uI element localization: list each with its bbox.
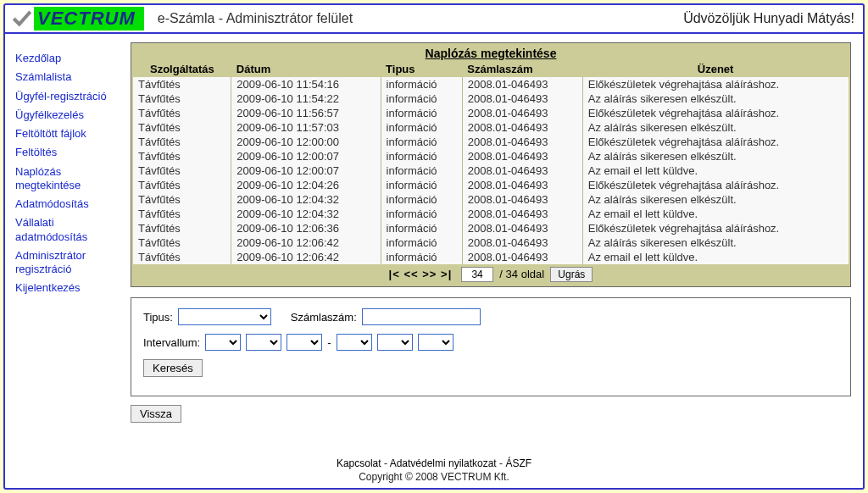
table-cell: Előkészületek végrehajtása aláíráshoz. xyxy=(582,106,849,120)
table-row: Távfűtés2009-06-10 12:06:42információ200… xyxy=(133,235,849,250)
table-cell: Az aláírás sikeresen elkészült. xyxy=(582,120,849,135)
filter-from-month[interactable] xyxy=(246,334,281,351)
main: Naplózás megtekintése Szolgáltatás Dátum… xyxy=(125,34,863,454)
sidebar-item-logview[interactable]: Naplózás megtekintése xyxy=(15,163,125,196)
footer-link-contact[interactable]: Kapcsolat xyxy=(337,457,381,469)
table-row: Távfűtés2009-06-10 12:06:36információ200… xyxy=(133,221,849,235)
log-table: Szolgáltatás Dátum Tipus Számlaszám Üzen… xyxy=(133,61,849,264)
table-cell: 2009-06-10 11:54:16 xyxy=(231,77,381,91)
log-panel: Naplózás megtekintése Szolgáltatás Dátum… xyxy=(131,42,851,287)
table-cell: információ xyxy=(381,149,462,163)
table-row: Távfűtés2009-06-10 12:04:32információ200… xyxy=(133,207,849,221)
table-row: Távfűtés2009-06-10 12:04:26információ200… xyxy=(133,178,849,192)
sidebar: Kezdőlap Számlalista Ügyfél-regisztráció… xyxy=(5,34,125,454)
table-cell: Távfűtés xyxy=(133,221,231,235)
sidebar-item-home[interactable]: Kezdőlap xyxy=(15,49,125,68)
pager-nav[interactable]: |< << >> >| xyxy=(389,268,453,280)
table-row: Távfűtés2009-06-10 11:57:03információ200… xyxy=(133,120,849,135)
table-cell: információ xyxy=(381,250,462,264)
table-cell: 2009-06-10 12:06:36 xyxy=(231,221,381,235)
pager-go-button[interactable]: Ugrás xyxy=(550,267,593,282)
footer-link-privacy[interactable]: Adatvédelmi nyilatkozat xyxy=(390,457,497,469)
sidebar-item-upload[interactable]: Feltöltés xyxy=(15,143,125,162)
welcome-text: Üdvözöljük Hunyadi Mátyás! xyxy=(683,11,858,26)
table-cell: információ xyxy=(381,120,462,135)
col-invoice: Számlaszám xyxy=(462,61,582,77)
col-type: Tipus xyxy=(381,61,462,77)
table-cell: 2009-06-10 12:00:07 xyxy=(231,149,381,163)
filter-to-year[interactable] xyxy=(337,334,372,351)
table-cell: Előkészületek végrehajtása aláíráshoz. xyxy=(582,135,849,149)
table-cell: információ xyxy=(381,91,462,106)
table-cell: Távfűtés xyxy=(133,207,231,221)
table-cell: Távfűtés xyxy=(133,192,231,207)
sidebar-item-uploaded[interactable]: Feltöltött fájlok xyxy=(15,125,125,143)
table-cell: információ xyxy=(381,77,462,91)
table-row: Távfűtés2009-06-10 12:00:07információ200… xyxy=(133,163,849,178)
pager-page-input[interactable] xyxy=(461,267,493,282)
table-cell: 2008.01-046493 xyxy=(462,178,582,192)
col-service: Szolgáltatás xyxy=(133,61,231,77)
table-cell: 2008.01-046493 xyxy=(462,91,582,106)
search-button[interactable]: Keresés xyxy=(143,359,203,377)
header: VECTRUM e-Számla - Adminisztrátor felüle… xyxy=(5,5,863,34)
body: Kezdőlap Számlalista Ügyfél-regisztráció… xyxy=(5,34,863,454)
table-cell: Távfűtés xyxy=(133,149,231,163)
table-cell: információ xyxy=(381,207,462,221)
table-row: Távfűtés2009-06-10 11:54:22információ200… xyxy=(133,91,849,106)
table-cell: 2009-06-10 11:57:03 xyxy=(231,120,381,135)
table-cell: 2008.01-046493 xyxy=(462,250,582,264)
footer-link-terms[interactable]: ÁSZF xyxy=(505,457,531,469)
app-frame: VECTRUM e-Számla - Adminisztrátor felüle… xyxy=(3,3,865,490)
table-cell: Az email el lett küldve. xyxy=(582,163,849,178)
table-cell: 2009-06-10 11:54:22 xyxy=(231,91,381,106)
pager-page-total: / 34 oldal xyxy=(499,268,544,280)
sidebar-item-adminreg[interactable]: Adminisztrátor regisztráció xyxy=(15,246,125,280)
filter-interval-label: Intervallum: xyxy=(143,336,200,349)
sidebar-item-datamod[interactable]: Adatmódosítás xyxy=(15,195,125,213)
table-cell: Távfűtés xyxy=(133,163,231,178)
sidebar-item-client-reg[interactable]: Ügyfél-regisztráció xyxy=(15,87,125,106)
table-cell: Távfűtés xyxy=(133,178,231,192)
table-cell: 2008.01-046493 xyxy=(462,77,582,91)
table-cell: 2009-06-10 12:06:42 xyxy=(231,235,381,250)
table-row: Távfűtés2009-06-10 12:04:32információ200… xyxy=(133,192,849,207)
col-message: Üzenet xyxy=(582,61,849,77)
filter-type-label: Tipus: xyxy=(143,311,173,324)
table-cell: 2009-06-10 12:06:42 xyxy=(231,250,381,264)
table-cell: Távfűtés xyxy=(133,120,231,135)
table-cell: információ xyxy=(381,106,462,120)
table-cell: 2008.01-046493 xyxy=(462,192,582,207)
page-title: e-Számla - Adminisztrátor felület xyxy=(158,11,353,26)
interval-dash: - xyxy=(327,336,331,349)
filter-invoice-input[interactable] xyxy=(362,308,481,325)
table-cell: Távfűtés xyxy=(133,250,231,264)
table-cell: Előkészületek végrehajtása aláíráshoz. xyxy=(582,221,849,235)
sidebar-item-logout[interactable]: Kijelentkezés xyxy=(15,279,125,297)
col-date: Dátum xyxy=(231,61,381,77)
table-cell: információ xyxy=(381,178,462,192)
filter-from-day[interactable] xyxy=(287,334,322,351)
table-cell: Távfűtés xyxy=(133,135,231,149)
sidebar-item-companymod[interactable]: Vállalati adatmódosítás xyxy=(15,213,125,246)
table-cell: Az email el lett küldve. xyxy=(582,207,849,221)
table-cell: 2008.01-046493 xyxy=(462,149,582,163)
back-button[interactable]: Vissza xyxy=(131,405,181,423)
table-cell: információ xyxy=(381,135,462,149)
sidebar-item-invoices[interactable]: Számlalista xyxy=(15,68,125,86)
filter-to-day[interactable] xyxy=(418,334,453,351)
table-cell: Előkészületek végrehajtása aláíráshoz. xyxy=(582,178,849,192)
filter-type-select[interactable] xyxy=(178,308,271,325)
table-cell: Előkészületek végrehajtása aláíráshoz. xyxy=(582,77,849,91)
filter-panel: Tipus: Számlaszám: Intervallum: - xyxy=(131,297,851,396)
filter-to-month[interactable] xyxy=(377,334,413,351)
table-row: Távfűtés2009-06-10 11:54:16információ200… xyxy=(133,77,849,91)
table-cell: 2008.01-046493 xyxy=(462,221,582,235)
table-cell: Az aláírás sikeresen elkészült. xyxy=(582,91,849,106)
table-cell: Az aláírás sikeresen elkészült. xyxy=(582,149,849,163)
filter-from-year[interactable] xyxy=(205,334,241,351)
table-cell: 2009-06-10 11:56:57 xyxy=(231,106,381,120)
table-cell: 2008.01-046493 xyxy=(462,120,582,135)
footer: Kapcsolat - Adatvédelmi nyilatkozat - ÁS… xyxy=(5,454,863,488)
sidebar-item-client-mgmt[interactable]: Ügyfélkezelés xyxy=(15,106,125,125)
